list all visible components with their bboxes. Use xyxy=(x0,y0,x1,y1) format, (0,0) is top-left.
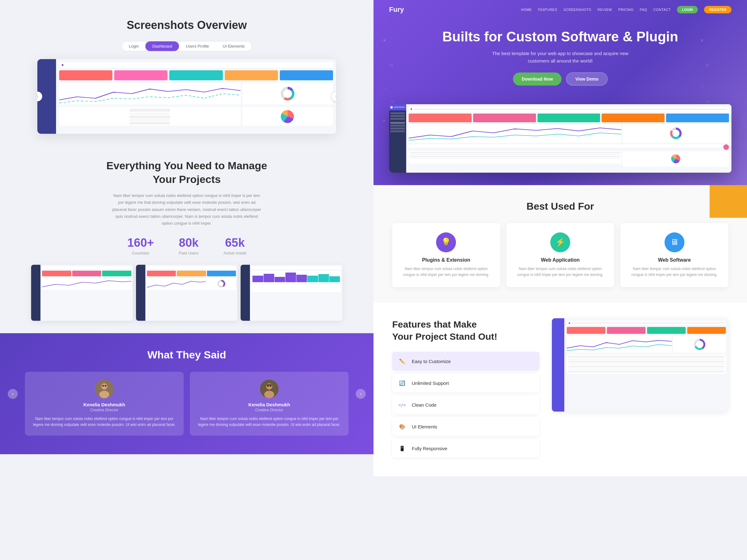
deco-x-3: × xyxy=(700,37,703,44)
stat-orange xyxy=(225,70,278,80)
use-card-plugins: 💡 Plugins & Extension Nam liber tempor c… xyxy=(392,223,500,287)
hero-logo: Fury xyxy=(389,6,404,14)
hero-chart-row xyxy=(409,124,729,143)
stat-red xyxy=(59,70,112,80)
thumb-3 xyxy=(240,265,342,321)
hero-dash-header xyxy=(409,107,729,112)
use-icon-websoftware: 🖥 xyxy=(665,232,685,252)
use-icon-plugins: 💡 xyxy=(436,232,456,252)
hero-nav-links: HOME FEATURES SCREENSHOTS REVIEW PRICING… xyxy=(521,6,731,14)
mini-chart-area xyxy=(59,83,333,105)
nav-home[interactable]: HOME xyxy=(521,8,532,11)
svg-point-14 xyxy=(99,391,109,398)
feature-icon-customize: ✏️ xyxy=(397,356,407,366)
stats-section: Everything You Need to ManageYour Projec… xyxy=(0,146,374,333)
feature-ui-elements[interactable]: 🎨 UI Elements xyxy=(392,417,539,436)
stat-pink xyxy=(114,70,168,80)
hero-dash-content xyxy=(406,104,731,173)
download-button[interactable]: Download Now xyxy=(513,73,562,85)
stat-installs-value: 65k xyxy=(224,236,246,249)
deco-triangle-1: ◁ xyxy=(389,62,392,67)
tab-login[interactable]: Login xyxy=(122,42,146,51)
tab-dashboard[interactable]: Dashboard xyxy=(145,42,179,51)
testimonials-section: What They Said ‹ Kenelia Deshmukh Creati… xyxy=(0,333,374,454)
testimonial-name-1: Kenelia Deshmukh xyxy=(33,402,176,407)
stat-installs-label: Active Install xyxy=(224,251,246,256)
use-cards: 💡 Plugins & Extension Nam liber tempor c… xyxy=(392,223,728,287)
mini-dashboard xyxy=(37,59,336,134)
stats-title: Everything You Need to ManageYour Projec… xyxy=(25,159,349,186)
hstat-blue xyxy=(666,113,729,122)
hero-content: Builts for Custom Software & Plugin The … xyxy=(374,19,747,104)
use-desc-webapp: Nam liber tempor cum soluta nobis eleife… xyxy=(513,266,608,278)
stat-users-label: Paid Users xyxy=(179,251,199,256)
hero-subtitle: The best template for your web app to sh… xyxy=(398,50,722,65)
mini-line-chart xyxy=(59,83,240,105)
stat-countries: 160+ Countries xyxy=(127,236,154,256)
nav-features[interactable]: FEATURES xyxy=(538,8,558,11)
demo-button[interactable]: View Demo xyxy=(566,73,607,85)
hero-dash-sidebar xyxy=(389,104,406,173)
deco-x-1: × xyxy=(383,37,386,44)
hero-line-chart xyxy=(409,124,621,143)
use-title-plugins: Plugins & Extension xyxy=(398,257,494,263)
testimonials-right-arrow[interactable]: › xyxy=(356,389,366,399)
best-used-section: Best Used For 💡 Plugins & Extension Nam … xyxy=(374,185,747,303)
stat-countries-label: Countries xyxy=(127,251,154,256)
feature-unlimited-support[interactable]: 🔄 Unlimited Support xyxy=(392,374,539,392)
hstat-red xyxy=(409,113,471,122)
nav-contact[interactable]: CONTACT xyxy=(653,8,671,11)
features-title: Features that MakeYour Project Stand Out… xyxy=(392,318,539,343)
feature-responsive[interactable]: 📱 Fully Responsive xyxy=(392,439,539,458)
testimonial-card-1: Kenelia Deshmukh Creative Director Nam l… xyxy=(25,372,184,435)
use-desc-websoftware: Nam liber tempor cum soluta nobis eleife… xyxy=(626,266,722,278)
login-button[interactable]: LOGIN xyxy=(677,6,698,14)
nav-review[interactable]: REVIEW xyxy=(598,8,612,11)
svg-point-13 xyxy=(101,383,107,390)
register-button[interactable]: REGISTER xyxy=(704,6,731,14)
deco-x-2: × xyxy=(383,118,385,123)
feature-label-ui: UI Elements xyxy=(412,424,437,429)
testimonial-text-1: Nam liber tempor cum soluta nobis eleife… xyxy=(33,416,176,428)
testimonial-avatar-1 xyxy=(95,379,113,398)
hstat-pink xyxy=(473,113,536,122)
hero-title: Builts for Custom Software & Plugin xyxy=(398,29,722,45)
feature-clean-code[interactable]: </> Clean Code xyxy=(392,395,539,414)
feature-icon-code: </> xyxy=(397,400,407,410)
testimonials-title: What They Said xyxy=(25,349,349,361)
tab-ui-elements[interactable]: UI Elements xyxy=(216,42,252,51)
use-card-websoftware: 🖥 Web Software Nam liber tempor cum solu… xyxy=(620,223,728,287)
feature-easy-customize[interactable]: ✏️ Easy to Customize xyxy=(392,352,539,371)
stat-users: 80k Paid Users xyxy=(179,236,199,256)
deco-triangle-4: ▷ xyxy=(707,100,710,104)
testimonial-text-2: Nam liber tempor cum soluta nobis eleife… xyxy=(198,416,341,428)
testimonial-name-2: Kenelia Deshmukh xyxy=(198,402,341,407)
svg-rect-5 xyxy=(129,113,170,115)
deco-circle-2: ○ xyxy=(701,84,703,88)
nav-pricing[interactable]: PRICING xyxy=(618,8,634,11)
stat-teal xyxy=(169,70,223,80)
hstat-teal xyxy=(538,113,600,122)
mini-donut-chart xyxy=(242,83,333,105)
testimonials-left-arrow[interactable]: ‹ xyxy=(8,389,18,399)
nav-screenshots[interactable]: SCREENSHOTS xyxy=(564,8,591,11)
features-screenshot xyxy=(552,318,728,411)
tab-users-profile[interactable]: Users Profile xyxy=(179,42,216,51)
left-panel: Screenshots Overview Login Dashboard Use… xyxy=(0,0,374,560)
feature-icon-support: 🔄 xyxy=(397,378,407,388)
tab-buttons[interactable]: Login Dashboard Users Profile UI Element… xyxy=(122,41,252,51)
testimonial-role-2: Creative Director xyxy=(198,408,341,412)
nav-faq[interactable]: FAQ xyxy=(640,8,647,11)
multi-screenshot xyxy=(25,265,349,321)
hero-donut xyxy=(623,124,729,143)
features-section: Features that MakeYour Project Stand Out… xyxy=(374,303,747,476)
svg-rect-8 xyxy=(129,122,170,125)
hero-section: × ◁ ○ ◁ × × ▷ ○ ▷ Fury HOME FEATURES SCR… xyxy=(374,0,747,185)
svg-point-16 xyxy=(105,385,106,387)
mini-content xyxy=(56,59,336,134)
hero-nav: Fury HOME FEATURES SCREENSHOTS REVIEW PR… xyxy=(374,0,747,19)
svg-rect-6 xyxy=(129,116,170,118)
mini-stats xyxy=(59,70,333,80)
feature-label-support: Unlimited Support xyxy=(412,380,449,386)
testimonial-cards: Kenelia Deshmukh Creative Director Nam l… xyxy=(25,372,349,435)
